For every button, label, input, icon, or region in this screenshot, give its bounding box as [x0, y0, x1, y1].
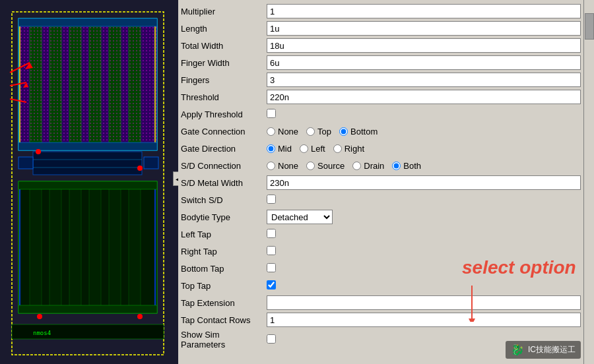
- gate-connection-options: None Top Bottom: [267, 127, 581, 136]
- gate-direction-options: Mid Left Right: [267, 144, 581, 154]
- svg-rect-29: [89, 186, 101, 310]
- ic-layout-svg: nmos4: [0, 0, 178, 364]
- switch-sd-checkbox[interactable]: [267, 195, 276, 204]
- tap-contact-rows-row: Tap Contact Rows: [181, 311, 581, 328]
- gate-connection-bottom-option[interactable]: Bottom: [339, 127, 378, 136]
- top-tap-label: Top Tap: [181, 281, 267, 291]
- gate-direction-right-option[interactable]: Right: [333, 144, 364, 154]
- bottom-tap-value-container: [267, 263, 581, 274]
- multiplier-input[interactable]: [267, 4, 581, 18]
- tap-extension-row: Tap Extension: [181, 294, 581, 311]
- scrollbar[interactable]: [583, 0, 594, 364]
- bottom-tap-checkbox[interactable]: [267, 263, 276, 272]
- bodytie-type-row: Bodytie Type Detached Attached: [181, 208, 581, 226]
- gate-connection-top-radio[interactable]: [306, 127, 315, 136]
- scrollbar-thumb[interactable]: [585, 13, 594, 40]
- threshold-row: Threshold: [181, 88, 581, 106]
- sd-connection-drain-label: Drain: [364, 161, 384, 171]
- top-tap-checkbox[interactable]: [267, 280, 276, 289]
- tap-extension-label: Tap Extension: [181, 298, 267, 308]
- tap-contact-rows-input[interactable]: [267, 313, 581, 327]
- gate-direction-right-radio[interactable]: [333, 144, 342, 153]
- sd-connection-source-label: Source: [317, 161, 345, 171]
- right-tap-checkbox[interactable]: [267, 246, 276, 255]
- svg-point-23: [36, 149, 41, 154]
- gate-connection-none-radio[interactable]: [267, 127, 275, 136]
- finger-width-input[interactable]: [267, 55, 581, 70]
- tap-extension-input[interactable]: [267, 295, 581, 310]
- gate-connection-bottom-radio[interactable]: [339, 127, 348, 136]
- right-tap-row: Right Tap: [181, 243, 581, 260]
- gate-direction-mid-radio[interactable]: [267, 144, 275, 153]
- apply-threshold-checkbox[interactable]: [267, 109, 276, 118]
- tap-contact-rows-label: Tap Contact Rows: [181, 315, 267, 325]
- bodytie-type-label: Bodytie Type: [181, 212, 267, 222]
- top-tap-row: Top Tap: [181, 277, 581, 294]
- switch-sd-row: Switch S/D: [181, 191, 581, 208]
- total-width-input[interactable]: [267, 38, 581, 53]
- watermark-text: IC技能搬运工: [528, 344, 576, 355]
- left-tap-label: Left Tap: [181, 229, 267, 239]
- sd-connection-source-radio[interactable]: [306, 162, 315, 170]
- length-row: Length: [181, 20, 581, 37]
- left-tap-row: Left Tap: [181, 226, 581, 243]
- sd-metal-width-value-container: [267, 175, 581, 190]
- fingers-input[interactable]: [267, 73, 581, 87]
- svg-rect-27: [50, 186, 61, 310]
- gate-connection-none-label: None: [278, 127, 298, 136]
- gate-connection-none-option[interactable]: None: [267, 127, 298, 136]
- sd-connection-none-option[interactable]: None: [267, 161, 298, 171]
- bodytie-type-value-container: Detached Attached: [267, 210, 581, 224]
- show-sim-params-checkbox[interactable]: [267, 334, 276, 344]
- svg-point-24: [137, 166, 143, 171]
- sd-connection-none-radio[interactable]: [267, 162, 275, 170]
- gate-direction-label: Gate Direction: [181, 144, 267, 154]
- tap-extension-value-container: [267, 295, 581, 310]
- left-tap-value-container: [267, 229, 581, 240]
- ic-layout-panel: nmos4 ◀: [0, 0, 178, 364]
- gate-direction-left-option[interactable]: Left: [300, 144, 325, 154]
- multiplier-value-container: [267, 4, 581, 18]
- bottom-tap-row: Bottom Tap: [181, 260, 581, 277]
- sd-connection-source-option[interactable]: Source: [306, 161, 345, 171]
- multiplier-row: Multiplier: [181, 3, 581, 20]
- bodytie-type-select[interactable]: Detached Attached: [267, 210, 333, 224]
- gate-direction-row: Gate Direction Mid Left Right: [181, 140, 581, 157]
- top-tap-value-container: [267, 280, 581, 291]
- left-tap-checkbox[interactable]: [267, 229, 276, 238]
- sd-metal-width-input[interactable]: [267, 175, 581, 190]
- gate-direction-left-label: Left: [311, 144, 325, 154]
- panel-collapse-arrow[interactable]: ◀: [173, 171, 178, 186]
- gate-direction-left-radio[interactable]: [300, 144, 308, 153]
- length-label: Length: [181, 24, 267, 34]
- length-value-container: [267, 21, 581, 36]
- sd-connection-options: None Source Drain Both: [267, 161, 581, 171]
- gate-direction-right-label: Right: [345, 144, 364, 154]
- right-tap-label: Right Tap: [181, 247, 267, 257]
- length-input[interactable]: [267, 21, 581, 36]
- sd-connection-drain-option[interactable]: Drain: [352, 161, 384, 171]
- svg-rect-21: [18, 157, 33, 169]
- svg-rect-26: [30, 186, 42, 310]
- right-tap-value-container: [267, 246, 581, 257]
- sd-connection-drain-radio[interactable]: [352, 162, 361, 170]
- threshold-input[interactable]: [267, 90, 581, 104]
- gate-direction-mid-option[interactable]: Mid: [267, 144, 292, 154]
- threshold-label: Threshold: [181, 92, 267, 102]
- multiplier-label: Multiplier: [181, 7, 267, 16]
- gate-connection-top-option[interactable]: Top: [306, 127, 331, 136]
- total-width-value-container: [267, 38, 581, 53]
- sd-connection-both-label: Both: [403, 161, 421, 171]
- finger-width-value-container: [267, 55, 581, 70]
- gate-direction-mid-label: Mid: [278, 144, 292, 154]
- watermark: 🐉 IC技能搬运工: [506, 341, 581, 359]
- finger-width-row: Finger Width: [181, 54, 581, 71]
- sd-connection-both-radio[interactable]: [392, 162, 401, 170]
- svg-point-36: [137, 314, 143, 319]
- svg-rect-28: [69, 186, 81, 310]
- total-width-row: Total Width: [181, 37, 581, 54]
- sd-connection-both-option[interactable]: Both: [392, 161, 421, 171]
- sd-connection-label: S/D Connection: [181, 161, 267, 171]
- svg-rect-18: [33, 152, 142, 175]
- gate-connection-row: Gate Connection None Top Bottom: [181, 123, 581, 140]
